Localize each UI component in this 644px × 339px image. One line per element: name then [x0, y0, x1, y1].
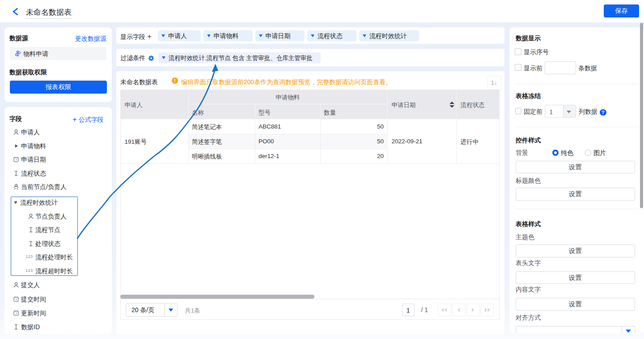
svg-text:7: 7: [15, 298, 17, 301]
svg-text:7: 7: [15, 159, 17, 162]
svg-text:7: 7: [15, 312, 17, 315]
